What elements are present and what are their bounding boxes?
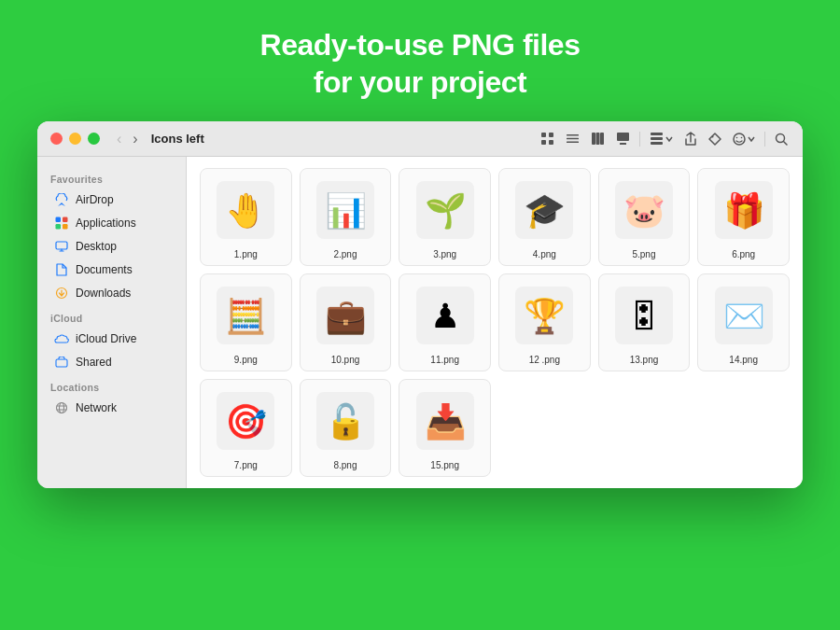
file-thumbnail: 🏆 [511,282,578,349]
file-item[interactable]: ♟11.png [399,273,491,371]
file-thumbnail: 🔓 [312,387,379,455]
svg-rect-2 [541,140,546,145]
file-item[interactable]: 🎯7.png [200,379,292,477]
file-item[interactable]: 🌱3.png [399,168,491,266]
file-name: 9.png [234,355,258,365]
file-thumbnail: 🐷 [610,176,678,244]
sidebar-item-desktop[interactable]: Desktop [41,235,182,258]
tag-button[interactable] [707,131,723,147]
file-item[interactable]: 🎛13.png [598,273,691,371]
svg-text:🌱: 🌱 [424,190,466,231]
file-name: 15.png [430,460,459,470]
file-name: 5.png [632,249,655,259]
locations-label: Locations [37,374,186,396]
svg-text:♟: ♟ [430,297,460,335]
tag-icon [708,133,721,146]
sidebar-item-icloud-drive[interactable]: iCloud Drive [41,328,182,350]
file-name: 11.png [430,355,459,365]
file-thumbnail: ✉️ [710,282,777,349]
gallery-icon [616,132,630,146]
group-button[interactable] [648,130,675,147]
icloud-icon [54,331,69,346]
svg-point-27 [57,403,67,413]
window-title: Icons left [151,132,539,146]
downloads-label: Downloads [76,287,131,300]
sidebar-item-downloads[interactable]: Downloads [41,282,182,304]
desktop-icon [54,239,69,254]
svg-rect-23 [63,224,68,230]
group-icon [650,132,664,146]
svg-rect-26 [56,359,67,367]
grid-icon [540,132,554,146]
icloud-drive-label: iCloud Drive [76,332,136,345]
file-item[interactable]: 📥15.png [399,379,491,477]
grid-view-button[interactable] [539,130,556,147]
file-grid: 🤚1.png📊2.png🌱3.png🎓4.png🐷5.png🎁6.png🧮9.p… [200,168,790,477]
file-thumbnail: 🎯 [212,387,279,455]
svg-rect-10 [617,133,629,141]
file-item[interactable]: 💼10.png [300,273,392,371]
list-icon [566,132,580,146]
window-body: Favourites AirDrop [37,157,803,488]
file-name: 6.png [732,249,755,259]
gallery-view-button[interactable] [614,130,632,147]
svg-rect-5 [567,138,579,140]
file-item[interactable]: 🐷5.png [598,168,691,266]
column-view-button[interactable] [589,130,607,147]
forward-button[interactable]: › [129,130,141,148]
toolbar-separator-2 [764,132,765,147]
share-button[interactable] [682,130,699,148]
svg-rect-11 [620,143,626,145]
file-item[interactable]: 🏆12 .png [498,273,591,371]
file-name: 13.png [630,355,659,365]
file-name: 2.png [333,249,357,259]
file-item[interactable]: 🎁6.png [697,168,790,266]
search-button[interactable] [773,131,790,147]
svg-text:📊: 📊 [324,190,366,231]
list-view-button[interactable] [564,130,581,147]
applications-icon [54,216,69,231]
svg-rect-12 [651,133,663,135]
close-button[interactable] [50,133,63,145]
sidebar-item-applications[interactable]: Applications [41,212,182,234]
network-label: Network [76,401,117,414]
sidebar-item-shared[interactable]: Shared [41,351,182,373]
file-name: 3.png [433,249,456,259]
svg-rect-24 [56,242,67,249]
share-icon [684,132,697,147]
file-item[interactable]: 🧮9.png [200,273,292,371]
file-thumbnail: 📥 [412,387,479,455]
svg-rect-6 [567,142,579,144]
svg-text:💼: 💼 [324,296,366,336]
file-item[interactable]: 🎓4.png [498,168,591,266]
file-item[interactable]: ✉️14.png [697,273,790,371]
svg-point-16 [734,133,745,145]
hero-section: Ready-to-use PNG files for your project [260,0,581,121]
title-bar: ‹ › Icons left [37,121,803,157]
svg-rect-7 [592,133,595,145]
svg-text:✉️: ✉️ [722,296,764,336]
file-item[interactable]: 🤚1.png [200,168,292,266]
back-button[interactable]: ‹ [113,130,125,148]
file-name: 14.png [729,355,758,365]
svg-text:🐷: 🐷 [623,190,665,231]
shared-icon [54,355,69,370]
minimize-button[interactable] [69,133,81,145]
chevron-down-icon-2 [748,135,755,143]
documents-label: Documents [76,263,133,276]
airdrop-label: AirDrop [76,193,114,206]
chevron-down-icon [665,135,673,143]
emoji-button[interactable] [731,131,757,147]
file-item[interactable]: 📊2.png [300,168,392,266]
svg-rect-4 [567,134,579,136]
sidebar-item-network[interactable]: Network [41,397,182,419]
nav-arrows: ‹ › [113,130,142,148]
sidebar-item-airdrop[interactable]: AirDrop [41,189,182,211]
icloud-label: iCloud [37,305,186,327]
svg-text:📥: 📥 [424,401,466,441]
file-name: 12 .png [529,355,560,365]
fullscreen-button[interactable] [88,133,100,145]
file-item[interactable]: 🔓8.png [300,379,392,477]
sidebar-item-documents[interactable]: Documents [41,259,182,281]
svg-text:🎛: 🎛 [627,297,661,335]
